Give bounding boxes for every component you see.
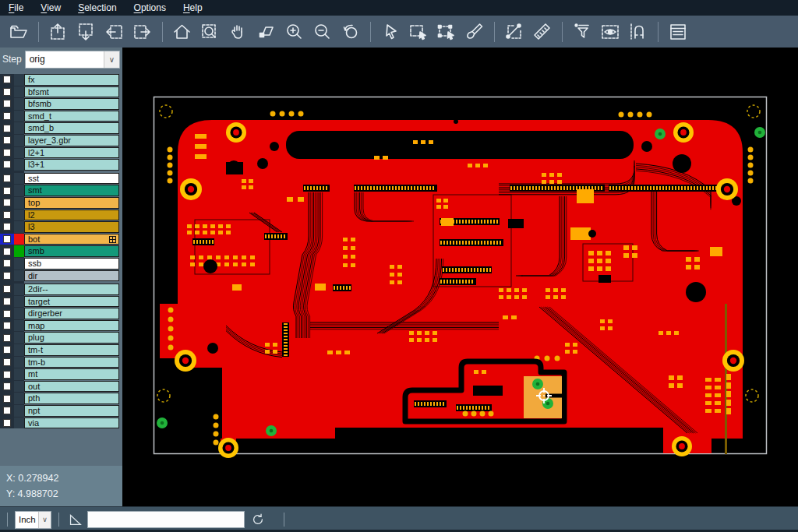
zoom-out-icon[interactable] xyxy=(309,19,337,45)
layer-color-swatch[interactable] xyxy=(14,159,24,171)
layer-color-swatch[interactable] xyxy=(14,245,24,257)
layer-checkbox[interactable] xyxy=(0,210,14,221)
brush-icon[interactable] xyxy=(461,19,489,45)
layer-name[interactable]: l3 xyxy=(24,221,119,233)
layer-name[interactable]: plug xyxy=(24,332,119,344)
layer-name[interactable]: tm-b xyxy=(24,357,119,368)
layer-checkbox[interactable] xyxy=(0,258,14,270)
layer-name[interactable]: smb xyxy=(24,245,119,257)
layer-name[interactable]: bfsmt xyxy=(24,86,119,98)
layer-color-swatch[interactable] xyxy=(14,308,24,319)
pcb-viewport[interactable] xyxy=(122,48,798,506)
layer-checkbox[interactable] xyxy=(0,417,14,429)
layer-checkbox[interactable] xyxy=(0,197,14,209)
layer-color-swatch[interactable] xyxy=(14,258,24,270)
layer-color-swatch[interactable] xyxy=(14,210,24,221)
menu-item-options[interactable]: Options xyxy=(125,1,175,15)
layer-name[interactable]: ssb xyxy=(24,258,119,270)
layer-checkbox[interactable] xyxy=(0,284,14,295)
chevron-down-icon[interactable]: ∨ xyxy=(38,512,51,528)
measure-distance-icon[interactable] xyxy=(500,19,528,45)
report-icon[interactable] xyxy=(664,19,692,45)
layer-color-swatch[interactable] xyxy=(14,320,24,332)
step-select[interactable]: orig ∨ xyxy=(25,51,120,69)
layer-color-swatch[interactable] xyxy=(14,405,24,417)
zoom-window-icon[interactable] xyxy=(196,19,224,45)
layer-color-swatch[interactable] xyxy=(14,111,24,122)
layer-color-swatch[interactable] xyxy=(14,74,24,86)
measure-ruler-icon[interactable] xyxy=(528,19,556,45)
layer-color-swatch[interactable] xyxy=(14,147,24,159)
layer-checkbox[interactable] xyxy=(0,185,14,196)
layer-name[interactable]: via xyxy=(24,417,119,429)
layer-color-swatch[interactable] xyxy=(14,221,24,233)
layer-name[interactable]: map xyxy=(24,320,119,332)
layer-color-swatch[interactable] xyxy=(14,185,24,196)
refresh-icon[interactable] xyxy=(251,513,265,527)
layer-name[interactable]: 2dir-- xyxy=(24,284,119,295)
layer-color-swatch[interactable] xyxy=(14,284,24,295)
layer-color-swatch[interactable] xyxy=(14,98,24,110)
export-up-icon[interactable] xyxy=(44,19,72,45)
import-down-icon[interactable] xyxy=(72,19,101,45)
view-options-icon[interactable] xyxy=(596,19,624,45)
menu-item-file[interactable]: File xyxy=(0,1,32,15)
angle-tool-icon[interactable] xyxy=(67,512,83,527)
layer-checkbox[interactable] xyxy=(0,74,14,86)
layer-checkbox[interactable] xyxy=(0,98,14,110)
filter-icon[interactable] xyxy=(568,19,596,45)
select-object-icon[interactable] xyxy=(404,19,433,45)
menu-item-selection[interactable]: Selection xyxy=(69,1,125,15)
layer-color-swatch[interactable] xyxy=(14,381,24,393)
layer-name[interactable]: target xyxy=(24,296,119,308)
layer-name[interactable]: out xyxy=(24,381,119,393)
layer-name[interactable]: l3+1 xyxy=(24,159,119,171)
layer-name[interactable]: dir xyxy=(24,270,119,282)
layer-checkbox[interactable] xyxy=(0,234,14,245)
layer-color-swatch[interactable] xyxy=(14,368,24,380)
layer-checkbox[interactable] xyxy=(0,368,14,380)
shift-left-icon[interactable] xyxy=(101,19,129,45)
layer-color-swatch[interactable] xyxy=(14,270,24,282)
select-multiple-icon[interactable] xyxy=(433,19,461,45)
layer-color-swatch[interactable] xyxy=(14,122,24,134)
layer-checkbox[interactable] xyxy=(0,320,14,332)
layer-name[interactable]: dirgerber xyxy=(24,308,119,319)
command-input[interactable] xyxy=(87,511,245,528)
layer-checkbox[interactable] xyxy=(0,147,14,159)
zoom-previous-icon[interactable] xyxy=(337,19,365,45)
layer-name[interactable]: smd_t xyxy=(24,111,119,122)
layer-checkbox[interactable] xyxy=(0,159,14,171)
layer-color-swatch[interactable] xyxy=(14,135,24,146)
layer-checkbox[interactable] xyxy=(0,221,14,233)
layer-name[interactable]: bot xyxy=(24,234,119,245)
zoom-area-icon[interactable] xyxy=(252,19,281,45)
layer-color-swatch[interactable] xyxy=(14,417,24,429)
layer-name[interactable]: layer_3.gbr xyxy=(24,135,119,146)
layer-checkbox[interactable] xyxy=(0,357,14,368)
layer-name[interactable]: npt xyxy=(24,405,119,417)
layer-checkbox[interactable] xyxy=(0,270,14,282)
layer-checkbox[interactable] xyxy=(0,122,14,134)
pan-icon[interactable] xyxy=(224,19,252,45)
layer-name[interactable]: fx xyxy=(24,74,119,86)
layer-checkbox[interactable] xyxy=(0,173,14,185)
layer-name[interactable]: tm-t xyxy=(24,344,119,356)
layer-checkbox[interactable] xyxy=(0,308,14,319)
layer-color-swatch[interactable] xyxy=(14,357,24,368)
layer-checkbox[interactable] xyxy=(0,86,14,98)
layer-color-swatch[interactable] xyxy=(14,344,24,356)
layer-checkbox[interactable] xyxy=(0,405,14,417)
layer-checkbox[interactable] xyxy=(0,111,14,122)
menu-item-view[interactable]: View xyxy=(32,1,69,15)
layer-checkbox[interactable] xyxy=(0,332,14,344)
layer-checkbox[interactable] xyxy=(0,381,14,393)
snap-icon[interactable] xyxy=(624,19,652,45)
menu-item-help[interactable]: Help xyxy=(175,1,211,15)
layer-color-swatch[interactable] xyxy=(14,234,24,245)
layer-name[interactable]: l2 xyxy=(24,210,119,221)
layer-checkbox[interactable] xyxy=(0,245,14,257)
layer-checkbox[interactable] xyxy=(0,344,14,356)
layer-color-swatch[interactable] xyxy=(14,86,24,98)
layer-name[interactable]: sst xyxy=(24,173,119,185)
